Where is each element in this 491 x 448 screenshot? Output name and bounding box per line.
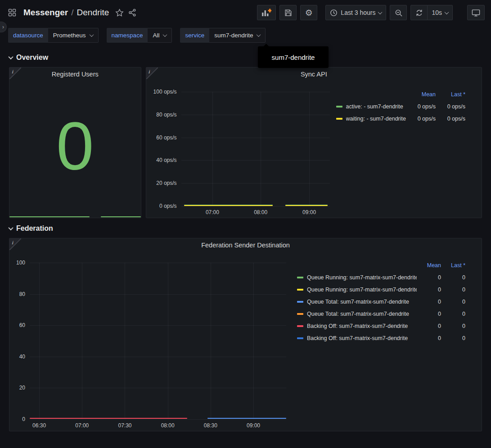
series-line bbox=[30, 418, 187, 419]
series-line bbox=[207, 418, 286, 419]
star-icon[interactable] bbox=[115, 9, 124, 17]
x-tick-label: 09:00 bbox=[247, 422, 260, 429]
time-range-picker[interactable]: Last 3 hours bbox=[325, 5, 386, 20]
tv-mode-button[interactable] bbox=[467, 5, 485, 20]
panel-info-icon[interactable]: i bbox=[9, 238, 21, 250]
y-tick-label: 20 bbox=[19, 385, 25, 391]
series-name[interactable]: Queue Total: sum7-matrix-sum7-dendrite bbox=[307, 311, 417, 317]
breadcrumb-separator: / bbox=[71, 8, 73, 18]
panel-title[interactable]: Sync API bbox=[146, 67, 482, 81]
breadcrumb-folder[interactable]: Messenger bbox=[23, 8, 68, 18]
v-gridline bbox=[168, 263, 168, 419]
federation-sender-chart: 020406080100 06:3007:0007:3008:0008:3009… bbox=[9, 252, 482, 431]
panel-info-icon[interactable]: i bbox=[9, 67, 21, 79]
zoom-out-button[interactable] bbox=[390, 5, 407, 20]
variable-datasource: datasource Prometheus bbox=[8, 28, 99, 43]
h-gridline bbox=[181, 138, 330, 138]
v-gridline bbox=[82, 263, 82, 419]
v-gridline bbox=[309, 92, 310, 206]
legend-column-header[interactable]: Last * bbox=[441, 262, 465, 269]
panel-title[interactable]: Federation Sender Destination bbox=[9, 238, 482, 252]
variable-label: datasource bbox=[8, 28, 48, 43]
series-color-marker bbox=[297, 301, 303, 303]
panel-info-icon[interactable]: i bbox=[146, 67, 158, 79]
y-tick-label: 80 bbox=[19, 291, 25, 297]
series-color-marker bbox=[336, 118, 342, 120]
chevron-down-icon bbox=[163, 32, 167, 37]
variable-value: All bbox=[153, 32, 159, 39]
legend-column-header[interactable]: Mean bbox=[417, 262, 441, 269]
series-color-marker bbox=[297, 313, 303, 315]
v-gridline bbox=[212, 92, 213, 206]
variable-value-dropdown[interactable]: All bbox=[148, 28, 172, 43]
series-last-value: 0 bbox=[441, 287, 465, 293]
variable-tooltip: sum7-dendrite bbox=[258, 46, 329, 68]
legend-row: Queue Running: sum7-matrix-sum7-dendrite… bbox=[297, 283, 465, 296]
panel-title[interactable]: Registerd Users bbox=[9, 67, 141, 81]
row-header-federation[interactable]: Federation bbox=[9, 222, 482, 235]
x-tick-label: 08:00 bbox=[161, 422, 175, 429]
h-gridline bbox=[181, 115, 330, 115]
legend-column-header[interactable]: Last * bbox=[436, 91, 465, 98]
clock-icon bbox=[330, 9, 338, 17]
chevron-down-icon bbox=[378, 10, 383, 14]
h-gridline bbox=[30, 325, 286, 326]
x-tick-label: 08:00 bbox=[254, 209, 267, 215]
variable-tooltip-text: sum7-dendrite bbox=[272, 54, 315, 61]
v-gridline bbox=[39, 263, 40, 419]
variable-value-dropdown[interactable]: Prometheus bbox=[48, 28, 99, 43]
series-name[interactable]: Backing Off: sum7-matrix-sum7-dendrite bbox=[307, 335, 417, 341]
stat-sparkline bbox=[9, 216, 141, 217]
monitor-icon bbox=[472, 9, 480, 17]
series-name[interactable]: active: - sum7-dendrite bbox=[346, 103, 406, 110]
series-name[interactable]: Queue Running: sum7-matrix-sum7-dendrite bbox=[307, 274, 417, 281]
chevron-down-icon bbox=[89, 32, 94, 37]
h-gridline bbox=[30, 263, 286, 263]
section-overview: Overview i Registerd Users 0 i Sync API … bbox=[0, 51, 491, 218]
variable-value-dropdown[interactable]: sum7-dendrite bbox=[209, 28, 266, 43]
chevron-down-icon bbox=[8, 54, 13, 59]
y-tick-label: 40 bbox=[19, 354, 25, 360]
breadcrumb-dashboard[interactable]: Dendrite bbox=[77, 8, 109, 18]
save-dashboard-button[interactable] bbox=[279, 5, 297, 20]
x-tick-label: 07:00 bbox=[206, 209, 219, 215]
row-title: Federation bbox=[16, 224, 53, 233]
y-axis: 0 ops/s20 ops/s40 ops/s60 ops/s80 ops/s1… bbox=[146, 92, 181, 206]
row-title: Overview bbox=[16, 54, 48, 62]
x-tick-label: 07:00 bbox=[75, 422, 89, 429]
series-name[interactable]: Queue Total: sum7-matrix-sum7-dendrite bbox=[307, 299, 417, 305]
y-tick-label: 40 ops/s bbox=[156, 157, 176, 163]
stat-value: 0 bbox=[9, 81, 141, 211]
apps-menu-icon[interactable] bbox=[8, 9, 16, 17]
add-panel-button[interactable] bbox=[257, 5, 276, 20]
h-gridline bbox=[30, 357, 286, 357]
variable-row: datasource Prometheus namespace All serv… bbox=[0, 25, 491, 47]
legend-column-header[interactable]: Mean bbox=[406, 91, 436, 98]
plot-area[interactable] bbox=[181, 92, 330, 206]
legend-row: Queue Total: sum7-matrix-sum7-dendrite00 bbox=[297, 308, 465, 320]
refresh-button[interactable] bbox=[410, 5, 428, 20]
panel-sync-api: i Sync API 0 ops/s20 ops/s40 ops/s60 ops… bbox=[146, 67, 482, 218]
x-tick-label: 08:30 bbox=[204, 422, 217, 429]
x-tick-label: 07:30 bbox=[118, 422, 131, 429]
row-header-overview[interactable]: Overview bbox=[9, 51, 482, 64]
share-icon[interactable] bbox=[128, 9, 136, 17]
series-name[interactable]: Backing Off: sum7-matrix-sum7-dendrite bbox=[307, 323, 417, 329]
series-name[interactable]: Queue Running: sum7-matrix-sum7-dendrite bbox=[307, 287, 417, 293]
v-gridline bbox=[261, 92, 261, 206]
series-color-marker bbox=[297, 289, 303, 291]
h-gridline bbox=[30, 294, 286, 295]
dashboard-settings-button[interactable]: ⚙ bbox=[300, 5, 317, 20]
variable-service: service sum7-dendrite bbox=[180, 28, 266, 43]
series-name[interactable]: waiting: - sum7-dendrite bbox=[346, 116, 406, 122]
y-tick-label: 20 ops/s bbox=[156, 180, 176, 186]
legend: MeanLast *active: - sum7-dendrite0 ops/s… bbox=[330, 81, 482, 218]
y-tick-label: 60 bbox=[19, 322, 25, 328]
breadcrumb: Messenger / Dendrite bbox=[23, 8, 109, 18]
series-mean-value: 0 bbox=[417, 335, 441, 341]
series-last-value: 0 bbox=[441, 299, 465, 305]
sparkline-segment bbox=[101, 216, 141, 217]
refresh-interval-picker[interactable]: 10s bbox=[428, 5, 453, 20]
plot-area[interactable] bbox=[30, 263, 286, 419]
section-federation: Federation i Federation Sender Destinati… bbox=[0, 222, 491, 431]
